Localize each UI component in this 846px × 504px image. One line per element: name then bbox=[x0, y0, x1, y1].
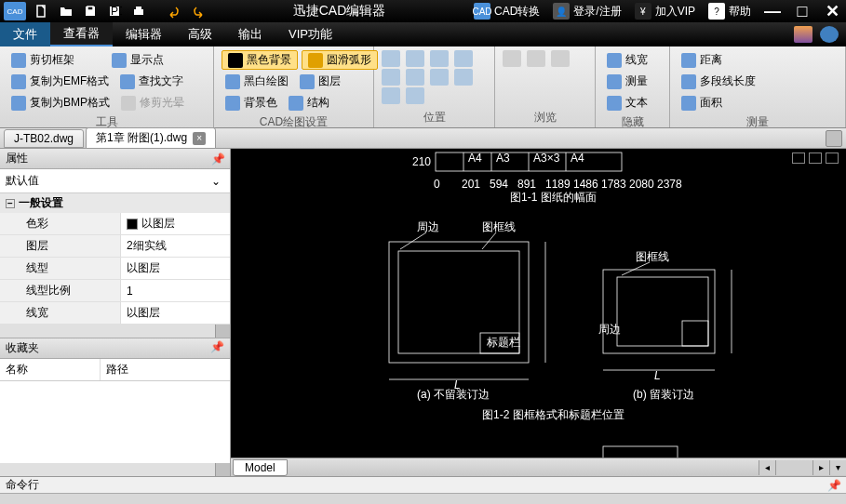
hscroll-track[interactable] bbox=[775, 460, 812, 475]
menu-bar: 文件 查看器 编辑器 高级 输出 VIP功能 bbox=[0, 22, 846, 46]
nav-prev-icon[interactable] bbox=[503, 50, 521, 67]
print-button[interactable] bbox=[127, 0, 151, 22]
zoom-out-icon[interactable] bbox=[430, 50, 449, 67]
copy-emf-button[interactable]: 复制为EMF格式 bbox=[7, 72, 113, 91]
measure-polyline-button[interactable]: 多段线长度 bbox=[678, 72, 838, 91]
hscroll-left-icon[interactable]: ◂ bbox=[759, 460, 775, 475]
fav-col-name[interactable]: 名称 bbox=[0, 359, 101, 380]
save-button[interactable] bbox=[78, 0, 102, 22]
svg-text:1486: 1486 bbox=[573, 178, 598, 191]
fit-width-icon[interactable] bbox=[406, 69, 424, 86]
undo-button[interactable] bbox=[162, 0, 186, 22]
save-pdf-button[interactable]: PDF bbox=[102, 0, 127, 22]
layers-button[interactable]: 图层 bbox=[296, 72, 344, 91]
copy-bmp-button[interactable]: 复制为BMP格式 bbox=[7, 93, 114, 113]
title-bar: CAD PDF 迅捷CAD编辑器 CADCAD转换 👤登录/注册 ¥加入VIP … bbox=[0, 0, 846, 22]
svg-text:210: 210 bbox=[412, 155, 431, 168]
chevron-down-icon: ⌄ bbox=[211, 175, 224, 188]
tab-advanced[interactable]: 高级 bbox=[175, 22, 225, 46]
prop-row-linetype[interactable]: 线型以图层 bbox=[0, 258, 230, 280]
svg-text:图1-1 图纸的幅面: 图1-1 图纸的幅面 bbox=[510, 191, 597, 204]
svg-text:2378: 2378 bbox=[657, 178, 682, 191]
measure-area-button[interactable]: 面积 bbox=[678, 93, 838, 113]
bw-draw-button[interactable]: 黑白绘图 bbox=[222, 72, 292, 91]
tab-vip[interactable]: VIP功能 bbox=[275, 22, 345, 46]
black-bg-button[interactable]: 黑色背景 bbox=[222, 50, 298, 70]
properties-grid: 色彩以图层 图层2细实线 线型以图层 线型比例1 线宽以图层 bbox=[0, 213, 230, 325]
zoom-in-icon[interactable] bbox=[406, 50, 424, 67]
maximize-button[interactable]: □ bbox=[788, 0, 816, 22]
tab-output[interactable]: 输出 bbox=[225, 22, 275, 46]
nav-refresh-icon[interactable] bbox=[551, 50, 570, 67]
world-icon[interactable] bbox=[820, 26, 839, 43]
repair-halo-button: 修剪光晕 bbox=[117, 93, 188, 113]
open-folder-button[interactable] bbox=[54, 0, 78, 22]
structure-button[interactable]: 结构 bbox=[285, 93, 333, 113]
zoom-extents-icon[interactable] bbox=[382, 50, 400, 67]
close-tab-icon[interactable]: × bbox=[193, 132, 206, 145]
measure-distance-button[interactable]: 距离 bbox=[678, 50, 838, 70]
minimize-button[interactable]: — bbox=[759, 0, 786, 22]
new-file-button[interactable] bbox=[30, 0, 54, 22]
zoom-window-icon[interactable] bbox=[454, 50, 473, 67]
svg-rect-50 bbox=[603, 446, 678, 458]
vscroll-down-icon[interactable]: ▾ bbox=[829, 460, 846, 475]
properties-header: 属性 📌 bbox=[0, 149, 230, 169]
show-points-button[interactable]: 显示点 bbox=[108, 50, 168, 70]
hide-linewidth-button[interactable]: 线宽 bbox=[603, 50, 662, 70]
status-bar bbox=[0, 493, 846, 504]
smooth-arc-button[interactable]: 圆滑弧形 bbox=[302, 50, 378, 70]
model-tab[interactable]: Model bbox=[233, 459, 288, 476]
clip-frame-button[interactable]: 剪切框架 bbox=[7, 50, 78, 70]
svg-text:A4: A4 bbox=[571, 152, 584, 165]
favorites-list bbox=[0, 381, 230, 463]
redo-button[interactable] bbox=[186, 0, 210, 22]
pan-icon[interactable] bbox=[382, 69, 400, 86]
pin-icon[interactable]: 📌 bbox=[211, 153, 224, 166]
default-value-dropdown[interactable]: 默认值 ⌄ bbox=[0, 169, 230, 193]
doc-tab-1[interactable]: J-TB02.dwg bbox=[4, 129, 84, 148]
tab-file[interactable]: 文件 bbox=[0, 22, 50, 46]
pen-tool-icon[interactable] bbox=[794, 26, 812, 43]
doc-tab-2[interactable]: 第1章 附图(1).dwg× bbox=[86, 127, 216, 149]
tabs-overflow-button[interactable] bbox=[826, 130, 842, 147]
prop-row-scale[interactable]: 线型比例1 bbox=[0, 280, 230, 302]
hscroll-right-icon[interactable]: ▸ bbox=[812, 460, 829, 475]
svg-text:图框线: 图框线 bbox=[636, 250, 669, 263]
favorites-scrollbar[interactable] bbox=[0, 463, 230, 476]
login-button[interactable]: 👤登录/注册 bbox=[547, 3, 626, 20]
fav-col-path[interactable]: 路径 bbox=[101, 359, 134, 380]
pin-icon[interactable]: 📌 bbox=[827, 479, 840, 492]
tab-viewer[interactable]: 查看器 bbox=[50, 22, 113, 46]
prop-row-color[interactable]: 色彩以图层 bbox=[0, 213, 230, 235]
general-settings-section[interactable]: −一般设置 bbox=[0, 193, 230, 213]
region-icon[interactable] bbox=[406, 87, 424, 104]
color-swatch-icon bbox=[127, 219, 138, 230]
fit-height-icon[interactable] bbox=[430, 69, 449, 86]
nav-next-icon[interactable] bbox=[527, 50, 545, 67]
svg-text:201: 201 bbox=[462, 178, 480, 191]
svg-text:标题栏: 标题栏 bbox=[486, 336, 520, 349]
tab-editor[interactable]: 编辑器 bbox=[113, 22, 175, 46]
svg-rect-5 bbox=[134, 9, 143, 15]
properties-scrollbar[interactable] bbox=[0, 325, 230, 338]
hide-text-button[interactable]: 文本 bbox=[603, 93, 662, 113]
hide-measure-button[interactable]: 测量 bbox=[603, 72, 662, 91]
command-line[interactable]: 命令行 📌 bbox=[0, 476, 846, 493]
bg-color-button[interactable]: 背景色 bbox=[222, 93, 281, 113]
prop-row-linewidth[interactable]: 线宽以图层 bbox=[0, 302, 230, 325]
find-text-button[interactable]: 查找文字 bbox=[116, 72, 187, 91]
prop-row-layer[interactable]: 图层2细实线 bbox=[0, 235, 230, 258]
help-button[interactable]: ?帮助 bbox=[703, 3, 757, 20]
cad-convert-button[interactable]: CADCAD转换 bbox=[468, 3, 545, 20]
fit-page-icon[interactable] bbox=[454, 69, 473, 86]
svg-text:L: L bbox=[654, 369, 661, 382]
svg-text:A3: A3 bbox=[496, 152, 510, 165]
properties-panel: 属性 📌 默认值 ⌄ −一般设置 色彩以图层 图层2细实线 线型以图层 线型比例… bbox=[0, 149, 231, 476]
document-tabs: J-TB02.dwg 第1章 附图(1).dwg× bbox=[0, 128, 846, 149]
join-vip-button[interactable]: ¥加入VIP bbox=[629, 3, 701, 20]
pin-icon[interactable]: 📌 bbox=[210, 340, 224, 356]
drawing-canvas[interactable]: 210 A4 A3 A3×3 A4 0 201 594 891 1189 148… bbox=[231, 149, 846, 458]
rotate-view-icon[interactable] bbox=[382, 87, 400, 104]
close-button[interactable]: ✕ bbox=[818, 0, 846, 22]
